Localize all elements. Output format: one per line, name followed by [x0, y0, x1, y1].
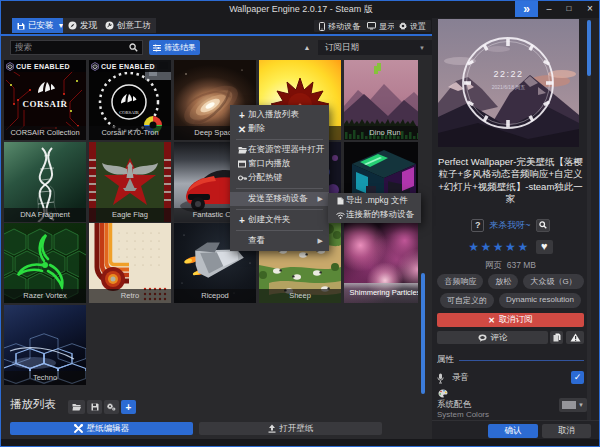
tab-discover[interactable]: 发现 [63, 18, 102, 33]
menu-item-view[interactable]: 查看 ▶ [230, 234, 329, 248]
playlist-save-button[interactable] [87, 400, 102, 414]
report-button[interactable] [566, 331, 584, 344]
playlist-settings-button[interactable] [104, 400, 119, 414]
search-icon [539, 221, 547, 229]
tile-razer-vortex[interactable]: Razer Vortex [4, 223, 86, 303]
confirm-button[interactable]: 确认 [488, 424, 538, 438]
wallpaper-preview[interactable]: 22:22 2021/6/18 周五 [438, 19, 579, 147]
menu-item-assign-hotkey[interactable]: 分配热键 [230, 171, 329, 185]
tile-shimmering-particles[interactable]: Shimmering Particles [344, 223, 418, 303]
phone-icon [319, 22, 325, 31]
menu-item-label: 查看 [248, 235, 318, 247]
rating-row: ★★★★★ ♥ [432, 239, 589, 254]
cue-enabled-label: CUE ENABLED [101, 63, 155, 70]
grid-scrollbar[interactable] [421, 273, 425, 394]
chevron-down-icon: ▼ [578, 402, 584, 408]
expand-button[interactable]: » [515, 1, 538, 17]
menu-item-label: 加入播放列表 [248, 109, 329, 121]
favorite-button[interactable]: ♥ [536, 240, 553, 254]
workshop-icon [105, 21, 114, 30]
record-audio-label: 录音 [452, 372, 469, 384]
monitor-icon [367, 22, 376, 30]
open-wallpaper-button[interactable]: 打开壁纸 [199, 422, 382, 435]
compass-icon [68, 21, 77, 30]
menu-item-delete[interactable]: ✕ 删除 [230, 122, 329, 136]
submenu-item-connect-device[interactable]: 连接新的移动设备 [328, 208, 421, 222]
tile-label: Techno [4, 371, 86, 385]
author-search-button[interactable] [536, 219, 550, 232]
sort-by-dropdown[interactable]: 订阅日期 ▼ [318, 40, 432, 55]
menu-item-add-to-playlist[interactable]: + 加入播放列表 [230, 108, 329, 122]
tile-label: Shimmering Particles [344, 283, 418, 303]
unsubscribe-button[interactable]: ✕ 取消订阅 [437, 313, 584, 327]
search-input[interactable]: 搜索 [10, 40, 143, 55]
sort-order-button[interactable]: ▲ [300, 42, 314, 54]
tab-workshop[interactable]: 创意工坊 [100, 18, 156, 33]
folder-open-icon [72, 403, 81, 411]
system-color-dropdown[interactable]: ▼ [559, 398, 587, 412]
tab-installed[interactable]: 已安装 ▼ [12, 18, 69, 33]
settings-button[interactable]: 设置 [394, 20, 431, 32]
tile-techno[interactable]: Techno [4, 305, 86, 385]
floppy-icon [17, 22, 25, 30]
menu-item-send-to-mobile[interactable]: 发送至移动设备 ▶ [230, 192, 329, 206]
panel-scrollbar[interactable] [587, 20, 591, 76]
properties-header: 属性 [437, 355, 584, 365]
tag: 音频响应 [437, 274, 483, 289]
wallpaper-title: Perfect Wallpaper-完美壁纸【落樱粒子+多风格动态音频响应+自定… [438, 156, 583, 205]
tile-dino-run[interactable]: Dino Run [344, 60, 418, 140]
cancel-button[interactable]: 取消 [542, 424, 591, 438]
svg-text:CORSAIR: CORSAIR [119, 110, 139, 115]
record-audio-checkbox[interactable]: ✓ [571, 371, 584, 384]
comment-button[interactable]: 评论 [437, 331, 548, 344]
minimize-button[interactable]: – [541, 1, 557, 17]
menu-separator [236, 188, 323, 189]
author-link[interactable]: 来杀我呀~ [489, 219, 530, 232]
tile-label: Ricepod [174, 289, 256, 303]
menu-item-label: 窗口内播放 [248, 158, 329, 170]
tile-dna-fragment[interactable]: DNA Fragment [4, 142, 86, 222]
playlist-add-button[interactable]: + [121, 400, 136, 414]
close-button[interactable]: × [581, 1, 599, 17]
filter-results-button[interactable]: 筛选结果 [149, 40, 200, 55]
cue-enabled-badge: CUE ENABLED [89, 60, 171, 72]
search-icon [129, 43, 138, 52]
menu-item-play-in-window[interactable]: 窗口内播放 [230, 157, 329, 171]
speech-bubble-icon [478, 334, 487, 342]
menu-item-label: 发送至移动设备 [248, 193, 318, 205]
properties-divider [459, 360, 584, 361]
close-icon: ✕ [488, 316, 495, 325]
tile-eagle-flag[interactable]: Eagle Flag [89, 142, 171, 222]
open-wallpaper-label: 打开壁纸 [280, 423, 314, 435]
maximize-button[interactable]: □ [561, 1, 577, 17]
mobile-devices-button[interactable]: 移动设备 [314, 20, 365, 32]
star-rating[interactable]: ★★★★★ [468, 240, 529, 254]
copy-button[interactable] [550, 331, 563, 344]
wifi-icon [334, 212, 346, 219]
wallpaper-editor-label: 壁纸编辑器 [87, 423, 130, 435]
gear-icon [399, 22, 407, 30]
menu-item-create-folder[interactable]: + 创建文件夹 [230, 213, 329, 227]
tab-workshop-label: 创意工坊 [117, 20, 151, 32]
tile-retro[interactable]: Retro [89, 223, 171, 303]
tile-corsair-collection[interactable]: CORSAIR ® CUE ENABLED CORSAIR Collection [4, 60, 86, 140]
app-window: Wallpaper Engine 2.0.17 - Steam 版 » – □ … [0, 0, 600, 447]
menu-item-label: 删除 [248, 123, 329, 135]
system-colors-label-en: System Colors [437, 410, 489, 419]
tile-corsair-k70-tron[interactable]: CORSAIR CUE ENABLED Corsair K70-Tron [89, 60, 171, 140]
menu-item-label: 创建文件夹 [248, 214, 329, 226]
microphone-icon [437, 373, 444, 384]
preview-art [438, 19, 579, 147]
menu-item-open-in-explorer[interactable]: 在资源管理器中打开 [230, 143, 329, 157]
menu-separator [236, 139, 323, 140]
playlist-open-button[interactable] [68, 400, 85, 414]
wallpaper-editor-button[interactable]: 壁纸编辑器 [10, 422, 193, 435]
type-size: 网页 637 MB [432, 260, 589, 272]
mobile-devices-label: 移动设备 [328, 21, 360, 32]
color-swatch [562, 401, 576, 409]
key-icon [236, 174, 248, 182]
help-button[interactable]: ? [471, 219, 484, 232]
submenu-item-export-mpkg[interactable]: 导出 .mpkg 文件 [328, 194, 421, 208]
displays-label: 显示 [379, 21, 395, 32]
tab-discover-label: 发现 [80, 20, 97, 32]
